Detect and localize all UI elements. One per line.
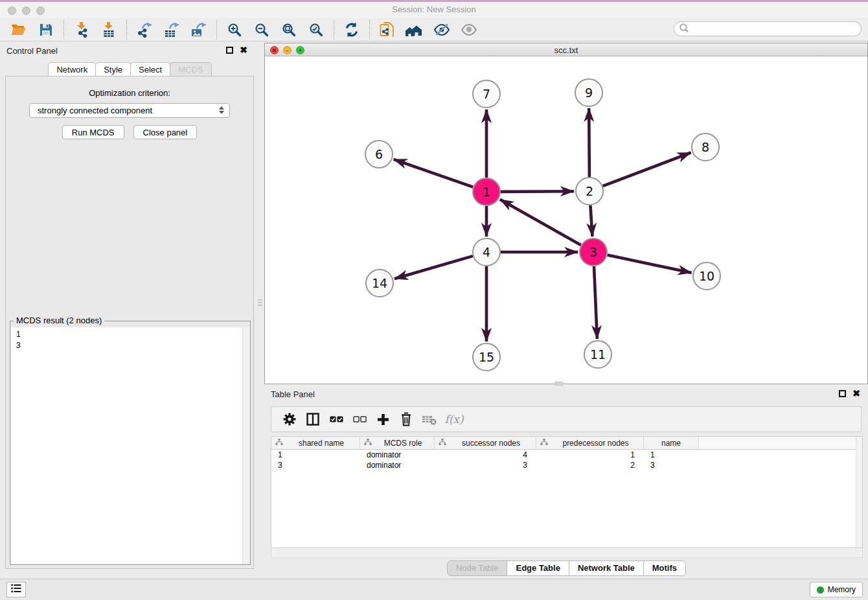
export-network-icon[interactable] — [134, 19, 155, 40]
column-header-predecessor-nodes[interactable]: predecessor nodes — [536, 437, 644, 449]
node-14[interactable]: 14 — [366, 270, 393, 297]
node-9[interactable]: 9 — [575, 79, 602, 106]
criterion-select[interactable]: strongly connected component — [29, 103, 230, 118]
node-15[interactable]: 15 — [473, 343, 500, 371]
edge-2-3[interactable] — [590, 205, 592, 237]
table-toolbar: f(x) — [271, 406, 862, 432]
svg-text:14: 14 — [372, 276, 387, 290]
edge-3-1[interactable] — [500, 200, 581, 245]
node-3[interactable]: 3 — [580, 238, 607, 266]
zoom-out-icon[interactable] — [251, 19, 272, 40]
svg-text:3: 3 — [589, 245, 597, 259]
tab-motifs[interactable]: Motifs — [643, 560, 686, 576]
tab-node-table[interactable]: Node Table — [447, 560, 508, 576]
list-icon — [10, 583, 22, 597]
mcds-scrollbar[interactable] — [242, 327, 249, 564]
zoom-fit-icon[interactable] — [279, 19, 299, 40]
hide-selected-icon[interactable] — [431, 19, 452, 40]
memory-status-icon — [817, 586, 824, 594]
horizontal-splitter-handle[interactable] — [555, 382, 563, 386]
settings-icon[interactable] — [278, 410, 301, 429]
node-2[interactable]: 2 — [576, 178, 603, 205]
fx-icon: f(x) — [441, 410, 464, 429]
task-history-button[interactable] — [6, 582, 26, 597]
node-10[interactable]: 10 — [693, 262, 720, 290]
memory-button[interactable]: Memory — [810, 582, 863, 597]
float-table-panel-icon[interactable] — [839, 390, 846, 397]
save-session-icon[interactable] — [36, 19, 56, 40]
svg-text:2: 2 — [586, 184, 593, 198]
edge-4-14[interactable] — [394, 256, 473, 279]
run-mcds-button[interactable]: Run MCDS — [62, 125, 124, 139]
column-header-shared-name[interactable]: shared name — [271, 437, 360, 449]
mcds-result-group: MCDS result (2 nodes) 13 — [10, 321, 251, 565]
svg-text:15: 15 — [479, 350, 494, 364]
network-window-titlebar[interactable]: ✕ – + scc.txt — [265, 43, 867, 56]
svg-text:7: 7 — [483, 87, 490, 101]
table-row[interactable]: 1dominator411 — [271, 450, 862, 460]
export-table-icon[interactable] — [161, 19, 182, 40]
mcds-panel: Optimization criterion: strongly connect… — [5, 76, 254, 569]
refresh-layout-icon[interactable] — [341, 19, 362, 40]
sort-icon — [540, 439, 548, 448]
edge-3-11[interactable] — [594, 266, 597, 339]
node-6[interactable]: 6 — [365, 141, 393, 168]
delete-table-icon — [418, 410, 441, 429]
close-panel-icon[interactable]: ✖ — [240, 47, 247, 54]
zoom-in-icon[interactable] — [224, 19, 245, 40]
table-vertical-scrollbar[interactable] — [856, 437, 862, 548]
export-image-icon[interactable] — [188, 19, 209, 40]
node-11[interactable]: 11 — [584, 341, 611, 368]
network-graph[interactable]: 7968124314101511 — [265, 56, 867, 384]
tab-mcds[interactable]: MCDS — [170, 62, 211, 76]
sort-icon — [275, 439, 283, 448]
open-session-icon[interactable] — [8, 19, 29, 40]
network-file-icon[interactable] — [377, 19, 398, 40]
toolbar-separator — [334, 20, 334, 40]
toolbar-separator — [63, 20, 64, 40]
edge-2-8[interactable] — [603, 153, 691, 187]
tab-edge-table[interactable]: Edge Table — [507, 560, 569, 576]
cell-successor-nodes: 3 — [435, 460, 536, 470]
close-panel-button[interactable]: Close panel — [133, 125, 198, 139]
table-horizontal-scrollbar[interactable] — [271, 548, 863, 558]
table-panel-title: Table Panel — [271, 389, 315, 399]
import-network-icon[interactable] — [71, 19, 92, 40]
import-table-icon[interactable] — [98, 19, 119, 40]
columns-icon[interactable] — [301, 410, 325, 429]
column-header-name[interactable]: name — [644, 437, 699, 449]
column-header-successor-nodes[interactable]: successor nodes — [435, 437, 536, 449]
network-canvas[interactable]: 7968124314101511 — [265, 56, 867, 384]
select-all-icon[interactable] — [325, 410, 348, 429]
column-header-MCDS-role[interactable]: MCDS role — [360, 437, 435, 449]
home-icon[interactable] — [404, 19, 425, 40]
mcds-result-value: 3 — [16, 340, 244, 351]
deselect-all-icon[interactable] — [348, 410, 371, 429]
node-4[interactable]: 4 — [473, 238, 500, 266]
delete-row-icon[interactable] — [394, 410, 418, 429]
edge-2-9[interactable] — [589, 108, 589, 177]
cell-name: 3 — [644, 460, 699, 470]
node-table[interactable]: shared nameMCDS rolesuccessor nodesprede… — [271, 436, 863, 548]
tab-select[interactable]: Select — [130, 62, 170, 76]
node-7[interactable]: 7 — [473, 80, 500, 108]
table-body: 1dominator4113dominator323 — [271, 450, 862, 470]
control-panel-tabs: NetworkStyleSelectMCDS — [0, 62, 259, 76]
add-row-icon[interactable] — [371, 410, 394, 429]
edge-1-2[interactable] — [501, 191, 574, 192]
edge-3-10[interactable] — [608, 255, 692, 273]
tab-network-table[interactable]: Network Table — [569, 560, 644, 576]
tab-style[interactable]: Style — [95, 62, 131, 76]
float-panel-icon[interactable] — [226, 47, 233, 54]
panel-splitter-handle[interactable] — [258, 296, 262, 309]
mcds-result-area[interactable]: 13 — [11, 327, 249, 564]
zoom-selected-icon[interactable] — [306, 19, 326, 40]
node-8[interactable]: 8 — [692, 133, 719, 161]
node-1[interactable]: 1 — [473, 178, 500, 205]
tab-network[interactable]: Network — [48, 62, 96, 76]
close-table-panel-icon[interactable]: ✖ — [852, 390, 860, 397]
table-row[interactable]: 3dominator323 — [271, 460, 862, 470]
search-input[interactable] — [674, 21, 862, 36]
status-bar: Memory — [0, 579, 868, 600]
edge-1-6[interactable] — [394, 159, 474, 187]
